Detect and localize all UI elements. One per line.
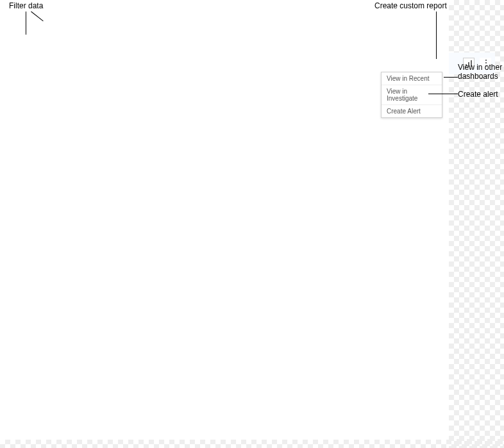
transparency-bg-bottom xyxy=(0,439,504,448)
menu-view-investigate[interactable]: View in Investigate xyxy=(382,85,442,104)
context-menu: View in Recent View in Investigate Creat… xyxy=(381,72,442,118)
annot-filter: Filter data xyxy=(9,1,43,10)
menu-view-recent[interactable]: View in Recent xyxy=(382,72,442,85)
annot-other-dash: View in other dashboards xyxy=(458,63,504,81)
annot-create-alert: Create alert xyxy=(458,90,498,99)
menu-create-alert[interactable]: Create Alert xyxy=(382,104,442,117)
annot-custom-report: Create custom report xyxy=(374,1,447,10)
